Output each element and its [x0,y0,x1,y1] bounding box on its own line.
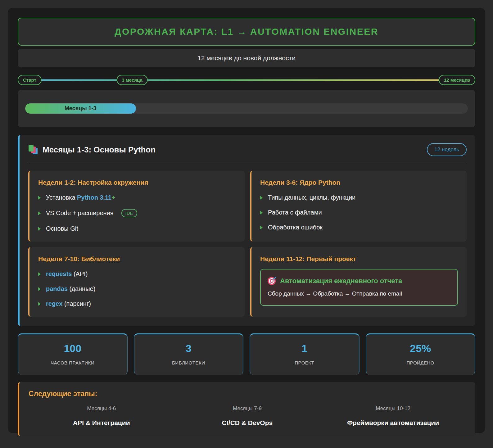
item-text: regex (парсинг) [46,300,91,307]
milestone-3-months: 3 месяца [116,75,148,85]
subtitle-bar: 12 месяцев до новой должности [18,49,475,67]
triangle-bullet-icon [38,196,41,200]
item-text: pandas (данные) [46,285,95,292]
item-text-part: (данные) [68,285,95,292]
book-shape [29,145,34,152]
stage-months-7-9: Месяцы 7-9 CI/CD & DevOps [174,405,320,427]
list-item: Типы данных, циклы, функции [260,194,458,201]
progress-card: Месяцы 1-3 [18,90,475,127]
stat-value: 3 [137,342,241,355]
stat-label: ПРОЕКТ [253,360,356,365]
milestone-start: Старт [18,75,42,85]
stage-period: Месяцы 10-12 [320,405,466,412]
page-subtitle: 12 месяцев до новой должности [197,54,296,62]
stat-label: ЧАСОВ ПРАКТИКИ [21,360,124,365]
page-title: ДОРОЖНАЯ КАРТА: L1 → AUTOMATION ENGINEER [115,26,378,37]
stat-label: ПРОЙДЕНО [369,360,473,365]
item-text: VS Code + расширения [46,210,114,217]
item-highlight: regex [46,300,62,307]
ide-badge: IDE [121,209,137,217]
next-stages-card: Следующие этапы: Месяцы 4-6 API & Интегр… [18,382,475,436]
block-weeks-7-10: Недели 7-10: Библиотеки requests (API) p… [28,247,245,317]
item-highlight: requests [46,270,72,277]
header-card: ДОРОЖНАЯ КАРТА: L1 → AUTOMATION ENGINEER [18,18,475,46]
stat-card-completed: 25% ПРОЙДЕНО [366,333,476,375]
next-stages-title: Следующие этапы: [29,390,466,398]
project-card: Автоматизация ежедневного отчета Сбор да… [260,269,458,306]
stage-months-4-6: Месяцы 4-6 API & Интеграции [29,405,174,427]
divider [28,163,467,163]
list-item: Установка Python 3.11+ [38,194,236,201]
stages-grid: Месяцы 4-6 API & Интеграции Месяцы 7-9 C… [29,405,466,427]
roadmap-panel: ДОРОЖНАЯ КАРТА: L1 → AUTOMATION ENGINEER… [8,8,485,433]
item-text: Работа с файлами [268,209,322,216]
stat-value: 100 [21,342,124,355]
item-text: requests (API) [46,270,88,278]
stat-card-practice-hours: 100 ЧАСОВ ПРАКТИКИ [18,333,128,375]
block-title: Недели 7-10: Библиотеки [38,255,236,263]
phase-header: Месяцы 1-3: Основы Python 12 недель [28,143,467,156]
phase-title: Месяцы 1-3: Основы Python [43,145,156,155]
item-text-part: (парсинг) [62,300,91,307]
duration-badge: 12 недель [427,143,467,156]
item-highlight: pandas [46,285,68,292]
list-item: VS Code + расширения IDE [38,209,236,217]
stage-title: Фреймворки автоматизации [320,419,466,427]
triangle-bullet-icon [260,226,263,229]
triangle-bullet-icon [38,227,41,231]
stage-period: Месяцы 7-9 [174,405,320,412]
block-title: Недели 1-2: Настройка окружения [38,179,236,186]
project-header: Автоматизация ежедневного отчета [268,277,450,285]
item-text: Основы Git [46,225,78,232]
block-weeks-3-6: Недели 3-6: Ядро Python Типы данных, цик… [250,171,467,242]
stat-value: 1 [253,342,356,355]
item-text: Обработка ошибок [268,224,323,231]
timeline-gradient-line [21,79,472,81]
triangle-bullet-icon [38,211,41,215]
list-item: regex (парсинг) [38,300,236,307]
block-title: Недели 11-12: Первый проект [260,255,458,263]
stat-card-project: 1 ПРОЕКТ [250,333,360,375]
triangle-bullet-icon [38,287,41,291]
progress-label: Месяцы 1-3 [65,105,97,112]
item-highlight: Python 3.11 [77,194,111,201]
triangle-bullet-icon [38,272,41,276]
project-title: Автоматизация ежедневного отчета [280,277,402,285]
dart-icon [273,277,276,280]
item-text: Типы данных, циклы, функции [268,194,355,201]
stage-title: API & Интеграции [29,419,174,427]
phase-card: Месяцы 1-3: Основы Python 12 недель Неде… [18,135,475,326]
list-item: pandas (данные) [38,285,236,292]
triangle-bullet-icon [260,211,263,215]
item-text-part: (API) [72,270,88,277]
list-item: Работа с файлами [260,209,458,216]
progress-fill: Месяцы 1-3 [25,103,136,114]
progress-track: Месяцы 1-3 [25,103,468,114]
triangle-bullet-icon [260,196,263,200]
list-item: requests (API) [38,270,236,278]
books-icon [28,145,38,155]
list-item: Основы Git [38,225,236,232]
blocks-grid: Недели 1-2: Настройка окружения Установк… [28,171,467,317]
timeline: Старт 3 месяца 12 месяцев [18,75,475,85]
stats-row: 100 ЧАСОВ ПРАКТИКИ 3 БИБЛИОТЕКИ 1 ПРОЕКТ… [18,333,475,375]
block-title: Недели 3-6: Ядро Python [260,179,458,186]
item-accent: + [111,194,115,201]
stat-label: БИБЛИОТЕКИ [137,360,241,365]
item-text: Установка Python 3.11+ [46,194,115,201]
stage-months-10-12: Месяцы 10-12 Фреймворки автоматизации [320,405,466,427]
stage-title: CI/CD & DevOps [174,419,320,427]
stat-card-libraries: 3 БИБЛИОТЕКИ [134,333,244,375]
block-weeks-11-12: Недели 11-12: Первый проект Автоматизаци… [250,247,467,317]
milestone-12-months: 12 месяцев [439,75,475,85]
project-flow: Сбор данных → Обработка → Отправка по em… [268,290,450,297]
block-weeks-1-2: Недели 1-2: Настройка окружения Установк… [28,171,245,242]
triangle-bullet-icon [38,302,41,306]
item-text-part: Установка [46,194,77,201]
stat-value: 25% [369,342,473,355]
stage-period: Месяцы 4-6 [29,405,174,412]
list-item: Обработка ошибок [260,224,458,231]
target-icon [268,277,276,285]
